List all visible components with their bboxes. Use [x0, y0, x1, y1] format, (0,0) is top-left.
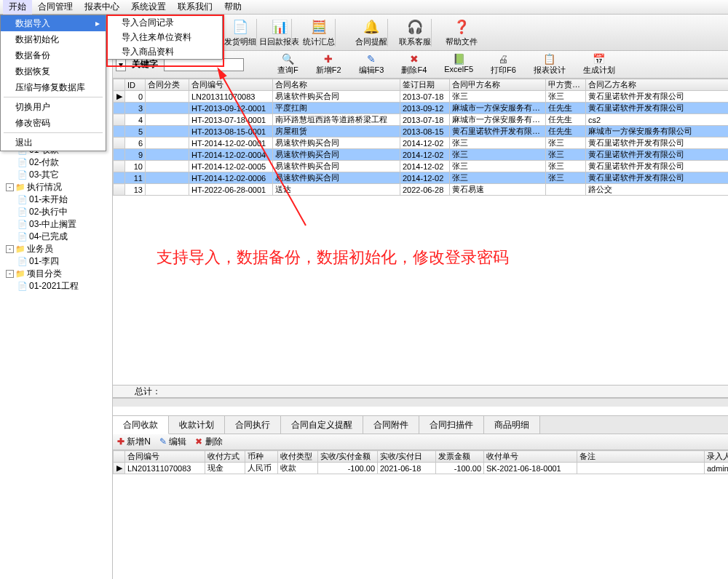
col-header[interactable]: 合同乙方名称	[586, 79, 729, 91]
start-menu-item[interactable]: 数据备份	[1, 47, 106, 63]
日回款报表-icon: 📊	[271, 18, 288, 36]
expander-icon[interactable]: -	[6, 183, 14, 191]
menu-帮助[interactable]: 帮助	[218, 0, 248, 15]
submenu-item[interactable]: 导入合同记录	[107, 15, 222, 30]
col-header[interactable]: 合同编号	[189, 79, 273, 91]
table-row[interactable]: 6HT-2014-12-02-0001易速软件购买合同2014-12-02张三张…	[114, 137, 729, 149]
tree-node[interactable]: -📁执行情况	[0, 181, 112, 193]
报表设计-icon: 📋	[543, 53, 555, 65]
table-row[interactable]: 3HT-2013-09-12-0001平度扛阁2013-09-12麻城市一方保安…	[114, 103, 729, 114]
tab-合同扫描件[interactable]: 合同扫描件	[419, 416, 484, 434]
table-row[interactable]: 5HT-2013-08-15-0001房屋租赁2013-08-15黄石里诺软件开…	[114, 126, 729, 137]
folder-icon: 📄	[17, 170, 28, 180]
table-row[interactable]: 13HT-2022-06-28-0001送达2022-06-28黄石易速路公交	[114, 184, 729, 196]
start-menu-item[interactable]: 切换用户	[1, 99, 106, 115]
col-header[interactable]: 发票金额	[436, 451, 484, 463]
tree-node[interactable]: 📄02-执行中	[0, 206, 112, 218]
btn-编辑F3[interactable]: ✎编辑F3	[350, 53, 393, 76]
tree-node[interactable]: -📁项目分类	[0, 268, 112, 280]
col-header[interactable]: 合同甲方名称	[450, 79, 546, 91]
add-button[interactable]: ✚ 新增N	[117, 436, 151, 448]
menu-开始[interactable]: 开始	[3, 0, 32, 15]
menubar: 开始合同管理报表中心系统设置联系我们帮助	[0, 0, 728, 15]
btn-删除F4[interactable]: ✖删除F4	[392, 53, 435, 76]
submenu-item[interactable]: 导入往来单位资料	[107, 30, 222, 44]
menu-联系我们[interactable]: 联系我们	[172, 0, 218, 15]
tab-合同执行[interactable]: 合同执行	[225, 416, 281, 434]
menu-系统设置[interactable]: 系统设置	[125, 0, 172, 15]
btn-生成计划[interactable]: 📅生成计划	[574, 53, 624, 76]
detail-grid[interactable]: 合同编号收付方式币种收付类型实收/实付金额实收/实付日发票金额收付单号备注录入人…	[113, 450, 728, 474]
folder-icon: 📁	[15, 269, 25, 279]
tab-合同收款[interactable]: 合同收款	[113, 416, 169, 434]
table-row[interactable]: 10HT-2014-12-02-0005易速软件购买合同2014-12-02张三…	[114, 161, 729, 172]
delete-button[interactable]: ✖ 删除	[195, 436, 222, 448]
start-menu-item[interactable]: 修改密码	[1, 115, 106, 131]
btn-报表设计[interactable]: 📋报表设计	[525, 53, 574, 76]
keyword-input[interactable]	[164, 58, 244, 71]
table-row[interactable]: ▶0LN201311070083易速软件购买合同2013-07-18张三张三黄石…	[114, 91, 729, 103]
main-grid[interactable]: ID合同分类合同编号合同名称签订日期合同甲方名称甲方责任人合同乙方名称▶0LN2…	[113, 79, 728, 196]
table-row[interactable]: ▶LN201311070083现金人民币收款-100.002021-06-18-…	[114, 463, 729, 474]
tree-node[interactable]: 📄01-李四	[0, 255, 112, 268]
tree-node[interactable]: 📄01-2021工程	[0, 280, 112, 292]
expander-icon[interactable]: -	[6, 245, 14, 253]
btn-打印F6[interactable]: 🖨打印F6	[482, 53, 525, 76]
expander-icon[interactable]: -	[6, 270, 14, 278]
table-row[interactable]: 11HT-2014-12-02-0006易速软件购买合同2014-12-02张三…	[114, 172, 729, 184]
编辑F3-icon: ✎	[367, 53, 376, 65]
tab-合同附件[interactable]: 合同附件	[363, 416, 419, 434]
search-buttons: 🔍查询F✚新增F2✎编辑F3✖删除F4📗ExcelF5🖨打印F6📋报表设计📅生成…	[269, 53, 624, 76]
start-menu-item[interactable]: 退出	[1, 135, 106, 151]
col-header[interactable]: 收付单号	[484, 451, 577, 463]
col-header[interactable]: 收付方式	[205, 451, 245, 463]
col-header[interactable]: 合同编号	[125, 451, 205, 463]
col-header[interactable]: 录入人	[705, 451, 729, 463]
menu-合同管理[interactable]: 合同管理	[32, 0, 79, 15]
toolbar-合同提醒[interactable]: 🔔合同提醒	[349, 17, 393, 49]
打印F6-icon: 🖨	[498, 53, 508, 65]
folder-icon: 📁	[15, 244, 25, 255]
col-header[interactable]: 实收/实付金额	[318, 451, 378, 463]
start-menu-item[interactable]: 数据恢复	[1, 63, 106, 79]
tree-node[interactable]: 📄03-其它	[0, 169, 112, 181]
btn-ExcelF5[interactable]: 📗ExcelF5	[435, 53, 482, 76]
folder-icon: 📄	[17, 257, 28, 267]
edit-button[interactable]: ✎ 编辑	[159, 436, 186, 448]
table-row[interactable]: 9HT-2014-12-02-0004易速软件购买合同2014-12-02张三张…	[114, 149, 729, 161]
col-header[interactable]: 合同名称	[273, 79, 400, 91]
total-label: 总计：	[135, 386, 161, 398]
tree-node[interactable]: 📄03-中止搁置	[0, 218, 112, 231]
dropdown-icon[interactable]: ▾	[116, 58, 126, 71]
col-header[interactable]: 币种	[245, 451, 278, 463]
toolbar-联系客服[interactable]: 🎧联系客服	[393, 17, 437, 49]
menu-报表中心[interactable]: 报表中心	[79, 0, 125, 15]
btn-查询F[interactable]: 🔍查询F	[269, 53, 307, 76]
tree-node[interactable]: 📄04-已完成	[0, 231, 112, 243]
start-menu-item[interactable]: 数据初始化	[1, 31, 106, 47]
submenu-item[interactable]: 导入商品资料	[107, 44, 222, 59]
start-menu-item[interactable]: 数据导入▸	[1, 15, 106, 31]
col-header[interactable]: 合同分类	[146, 79, 189, 91]
col-header[interactable]: 收付类型	[278, 451, 318, 463]
start-menu-item[interactable]: 压缩与修复数据库	[1, 79, 106, 95]
col-header[interactable]: 签订日期	[400, 79, 450, 91]
col-header[interactable]: ID	[125, 79, 146, 91]
tab-收款计划[interactable]: 收款计划	[169, 416, 225, 434]
btn-新增F2[interactable]: ✚新增F2	[307, 53, 350, 76]
table-row[interactable]: 4HT-2013-07-18-0001南环路慧垣西路等道路桥梁工程2013-07…	[114, 114, 729, 126]
tree-node[interactable]: 📄02-付款	[0, 156, 112, 169]
tab-商品明细[interactable]: 商品明细	[484, 416, 540, 434]
toolbar-统计汇总[interactable]: 🧮统计汇总	[297, 17, 341, 49]
tab-合同自定义提醒[interactable]: 合同自定义提醒	[281, 416, 363, 434]
toolbar-帮助文件[interactable]: ❓帮助文件	[440, 17, 483, 49]
col-header[interactable]: 备注	[577, 451, 705, 463]
发货明细-icon: 📄	[232, 18, 249, 36]
新增F2-icon: ✚	[324, 53, 333, 65]
main-grid-wrap: ID合同分类合同编号合同名称签订日期合同甲方名称甲方责任人合同乙方名称▶0LN2…	[113, 79, 728, 196]
tree-node[interactable]: 📄01-未开始	[0, 193, 112, 206]
tree-node[interactable]: -📁业务员	[0, 243, 112, 255]
col-header[interactable]: 实收/实付日	[378, 451, 436, 463]
col-header[interactable]: 甲方责任人	[546, 79, 586, 91]
detail-tabs: 合同收款收款计划合同执行合同自定义提醒合同附件合同扫描件商品明细	[113, 415, 728, 434]
